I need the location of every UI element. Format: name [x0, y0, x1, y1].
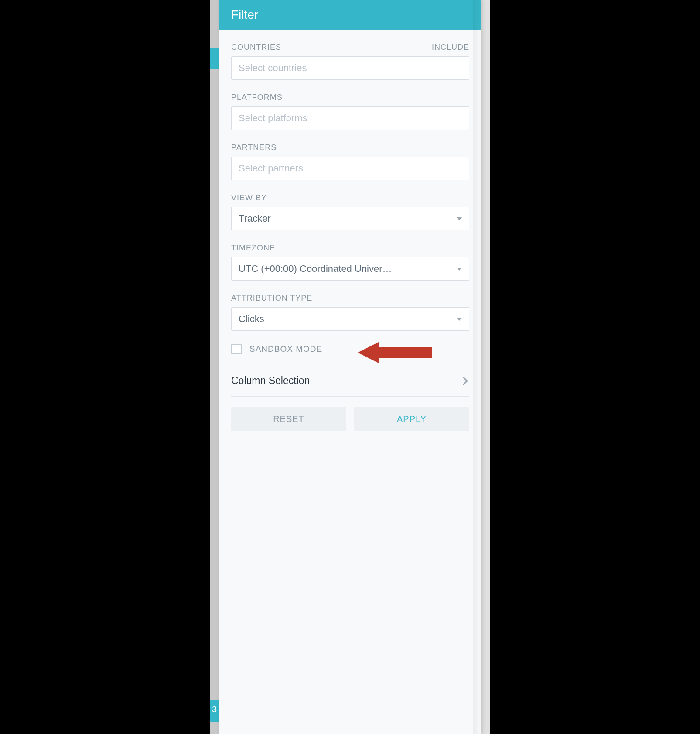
filter-panel: Filter COUNTRIES INCLUDE Select countrie… [219, 0, 481, 734]
chevron-down-icon [457, 217, 462, 220]
timezone-dropdown[interactable]: UTC (+00:00) Coordinated Univer… [231, 257, 469, 281]
side-tab-badge: 3 [212, 704, 217, 714]
platforms-input[interactable]: Select platforms [231, 106, 469, 130]
view-by-field: VIEW BY Tracker [231, 193, 469, 230]
countries-mode-toggle[interactable]: INCLUDE [432, 43, 469, 52]
chevron-down-icon [457, 268, 462, 271]
chevron-down-icon [457, 318, 462, 321]
partners-input[interactable]: Select partners [231, 157, 469, 180]
column-selection-label: Column Selection [231, 375, 310, 387]
partners-placeholder: Select partners [239, 163, 303, 174]
view-by-dropdown[interactable]: Tracker [231, 207, 469, 230]
countries-placeholder: Select countries [239, 62, 307, 74]
platforms-placeholder: Select platforms [239, 113, 307, 124]
sandbox-mode-label: SANDBOX MODE [249, 344, 322, 354]
column-selection-row[interactable]: Column Selection [231, 365, 469, 396]
countries-label: COUNTRIES [231, 43, 281, 52]
reset-button[interactable]: RESET [231, 407, 346, 431]
countries-input[interactable]: Select countries [231, 56, 469, 80]
view-by-value: Tracker [239, 213, 452, 224]
partners-field: PARTNERS Select partners [231, 143, 469, 180]
view-by-label: VIEW BY [231, 193, 267, 202]
panel-title: Filter [219, 0, 481, 30]
sandbox-mode-checkbox[interactable] [231, 344, 242, 354]
timezone-field: TIMEZONE UTC (+00:00) Coordinated Univer… [231, 244, 469, 281]
svg-marker-0 [358, 342, 432, 364]
arrow-annotation-icon [358, 340, 436, 366]
attribution-type-label: ATTRIBUTION TYPE [231, 294, 312, 303]
divider [231, 396, 469, 397]
platforms-label: PLATFORMS [231, 93, 283, 102]
platforms-field: PLATFORMS Select platforms [231, 93, 469, 130]
countries-field: COUNTRIES INCLUDE Select countries [231, 43, 469, 80]
timezone-label: TIMEZONE [231, 244, 275, 253]
attribution-type-value: Clicks [239, 313, 452, 325]
side-tab-top[interactable] [210, 48, 219, 69]
attribution-type-field: ATTRIBUTION TYPE Clicks [231, 294, 469, 331]
sandbox-mode-row[interactable]: SANDBOX MODE [231, 344, 469, 354]
apply-button[interactable]: APPLY [354, 407, 469, 431]
chevron-right-icon [459, 377, 468, 385]
attribution-type-dropdown[interactable]: Clicks [231, 307, 469, 331]
left-edge-strip: 3 [210, 0, 219, 734]
timezone-value: UTC (+00:00) Coordinated Univer… [239, 263, 452, 274]
partners-label: PARTNERS [231, 143, 277, 152]
